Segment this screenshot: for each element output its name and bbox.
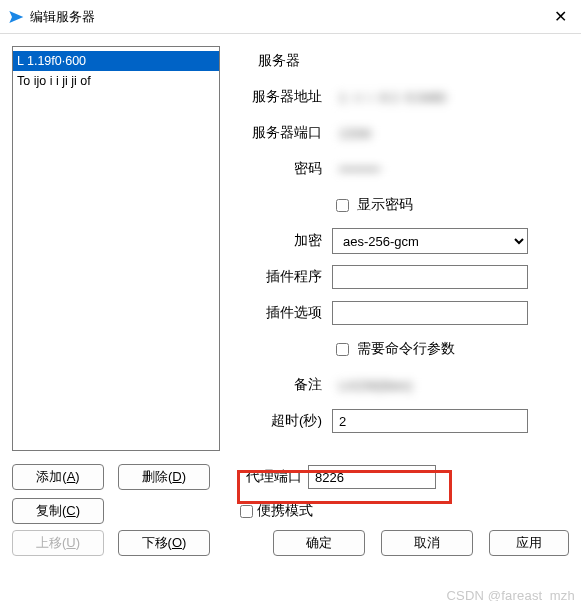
show-password-checkbox[interactable]	[336, 199, 349, 212]
close-icon[interactable]: ✕	[548, 7, 573, 26]
label-plugin-opt: 插件选项	[236, 304, 332, 322]
label-server-port: 服务器端口	[236, 124, 332, 142]
label-password: 密码	[236, 160, 332, 178]
list-item[interactable]: To ijo i i ji ji of	[13, 71, 219, 91]
label-encrypt: 加密	[236, 232, 332, 250]
label-show-password: 显示密码	[357, 197, 413, 212]
add-button[interactable]: 添加(A)	[12, 464, 104, 490]
timeout-input[interactable]	[332, 409, 528, 433]
label-portable: 便携模式	[257, 502, 313, 520]
proxy-port-input[interactable]	[308, 465, 436, 489]
need-cli-checkbox[interactable]	[336, 343, 349, 356]
remark-input[interactable]	[332, 373, 528, 397]
cancel-button[interactable]: 取消	[381, 530, 473, 556]
move-down-button[interactable]: 下移(O)	[118, 530, 210, 556]
group-title: 服务器	[258, 52, 569, 70]
window-title: 编辑服务器	[30, 8, 95, 26]
ok-button[interactable]: 确定	[273, 530, 365, 556]
move-up-button[interactable]: 上移(U)	[12, 530, 104, 556]
list-item[interactable]: L 1.19f0·600	[13, 51, 219, 71]
watermark: CSDN @fareast_mzh	[446, 588, 575, 601]
server-addr-input[interactable]	[332, 85, 528, 109]
label-timeout: 超时(秒)	[236, 412, 332, 430]
apply-button[interactable]: 应用	[489, 530, 569, 556]
app-icon	[8, 9, 24, 25]
delete-button[interactable]: 删除(D)	[118, 464, 210, 490]
plugin-input[interactable]	[332, 265, 528, 289]
copy-button[interactable]: 复制(C)	[12, 498, 104, 524]
label-plugin: 插件程序	[236, 268, 332, 286]
titlebar: 编辑服务器 ✕	[0, 0, 581, 34]
plugin-opt-input[interactable]	[332, 301, 528, 325]
label-remark: 备注	[236, 376, 332, 394]
encrypt-select[interactable]: aes-256-gcm	[332, 228, 528, 254]
label-server-addr: 服务器地址	[236, 88, 332, 106]
label-need-cli: 需要命令行参数	[357, 341, 455, 356]
server-port-input[interactable]	[332, 121, 528, 145]
portable-checkbox[interactable]	[240, 505, 253, 518]
label-proxy-port: 代理端口	[236, 468, 308, 486]
server-list[interactable]: L 1.19f0·600 To ijo i i ji ji of	[12, 46, 220, 451]
password-input[interactable]	[332, 157, 528, 181]
